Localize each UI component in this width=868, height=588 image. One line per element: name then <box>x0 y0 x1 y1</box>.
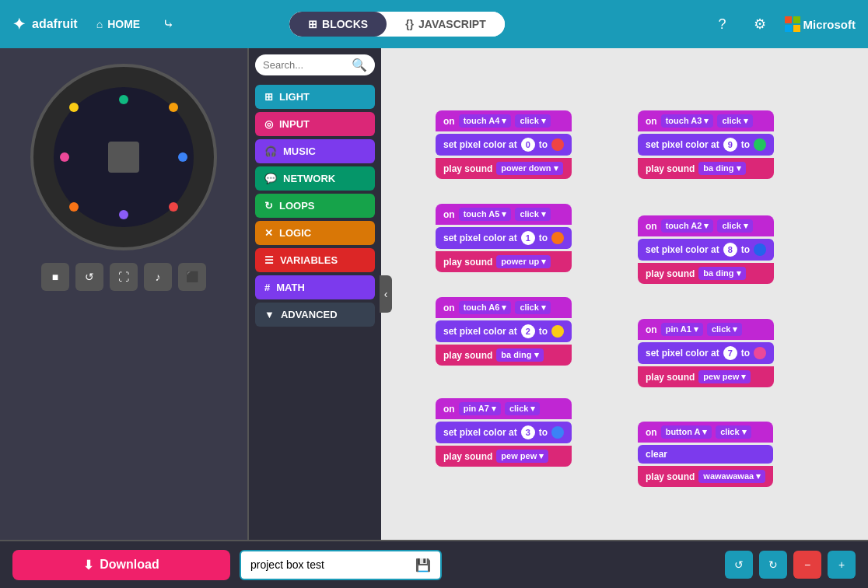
variables-icon: ☰ <box>264 254 274 266</box>
search-box[interactable]: 🔍 <box>255 54 375 75</box>
block-sound-5[interactable]: play sound ba ding ▾ <box>638 158 774 179</box>
block-sound-6[interactable]: play sound ba ding ▾ <box>638 263 774 284</box>
block-sound-4[interactable]: play sound pew pew ▾ <box>436 446 572 467</box>
fullscreen-button[interactable]: ⛶ <box>110 263 138 291</box>
sound-button[interactable]: ♪ <box>144 263 172 291</box>
dropdown-click-8[interactable]: click ▾ <box>716 425 751 439</box>
block-trigger-2[interactable]: on touch A5 ▾ click ▾ <box>436 204 572 225</box>
redo-button[interactable]: ↻ <box>759 551 787 579</box>
dropdown-pin-a1[interactable]: pin A1 ▾ <box>661 323 703 336</box>
led-tr <box>169 103 178 112</box>
sidebar-item-network[interactable]: 💬 NETWORK <box>255 166 375 191</box>
pixel-num-2: 1 <box>521 231 535 245</box>
share-button[interactable]: ⤷ <box>156 12 180 37</box>
block-trigger-6[interactable]: on touch A2 ▾ click ▾ <box>638 215 774 236</box>
sidebar-item-light[interactable]: ⊞ LIGHT <box>255 85 375 109</box>
block-trigger-8[interactable]: on button A ▾ click ▾ <box>638 422 773 443</box>
tab-javascript[interactable]: {} JAVASCRIPT <box>387 12 505 37</box>
block-sound-8[interactable]: play sound wawawawaa ▾ <box>638 466 773 487</box>
dropdown-touch-a4[interactable]: touch A4 ▾ <box>459 114 512 128</box>
settings-button[interactable]: ⚙ <box>747 12 772 37</box>
block-action-2[interactable]: set pixel color at 1 to <box>436 227 572 249</box>
block-sound-3[interactable]: play sound ba ding ▾ <box>436 345 572 366</box>
block-action-5[interactable]: set pixel color at 9 to <box>638 134 774 156</box>
project-name-input[interactable] <box>250 558 409 571</box>
block-action-3[interactable]: set pixel color at 2 to <box>436 320 572 342</box>
dropdown-click-3[interactable]: click ▾ <box>515 301 551 314</box>
block-action-4[interactable]: set pixel color at 3 to <box>436 422 572 443</box>
home-link[interactable]: ⌂ HOME <box>96 18 140 30</box>
block-sound-7[interactable]: play sound pew pew ▾ <box>638 366 774 387</box>
color-dot-2[interactable] <box>551 232 564 244</box>
dropdown-sound-4[interactable]: pew pew ▾ <box>496 450 548 463</box>
block-action-1[interactable]: set pixel color at 0 to <box>436 134 572 156</box>
dropdown-sound-3[interactable]: ba ding ▾ <box>496 348 543 362</box>
blocks-icon: ⊞ <box>308 18 317 30</box>
color-dot-7[interactable] <box>754 347 766 359</box>
tab-blocks[interactable]: ⊞ BLOCKS <box>289 12 387 37</box>
variables-label: VARIABLES <box>280 254 338 266</box>
sidebar-item-input[interactable]: ◎ INPUT <box>255 112 375 136</box>
dropdown-touch-a2[interactable]: touch A2 ▾ <box>661 219 714 233</box>
dropdown-click-5[interactable]: click ▾ <box>717 114 753 128</box>
block-action-7[interactable]: set pixel color at 7 to <box>638 342 774 364</box>
dropdown-click-2[interactable]: click ▾ <box>515 208 551 221</box>
dropdown-touch-a3[interactable]: touch A3 ▾ <box>661 114 714 128</box>
project-name-box[interactable]: 💾 <box>240 550 442 580</box>
undo-button[interactable]: ↺ <box>725 551 753 579</box>
microsoft-logo: Microsoft <box>785 16 856 32</box>
math-icon: # <box>264 282 270 293</box>
sidebar-item-music[interactable]: 🎧 MUSIC <box>255 139 375 163</box>
block-sound-1[interactable]: play sound power down ▾ <box>436 158 572 179</box>
board-chip <box>108 142 139 173</box>
network-icon: 💬 <box>264 173 277 184</box>
sidebar-item-logic[interactable]: ✕ LOGIC <box>255 221 375 245</box>
color-dot-5[interactable] <box>754 138 766 151</box>
dropdown-click-1[interactable]: click ▾ <box>515 114 551 128</box>
color-dot-6[interactable] <box>754 243 766 256</box>
dropdown-button-a[interactable]: button A ▾ <box>661 425 712 439</box>
search-input[interactable] <box>263 59 347 71</box>
download-button[interactable]: ⬇ Download <box>12 550 230 580</box>
dropdown-sound-6[interactable]: ba ding ▾ <box>698 267 745 280</box>
dropdown-sound-1[interactable]: power down ▾ <box>496 162 562 175</box>
restart-button[interactable]: ↺ <box>75 263 103 291</box>
help-button[interactable]: ? <box>710 12 735 37</box>
dropdown-sound-5[interactable]: ba ding ▾ <box>698 162 745 175</box>
dropdown-sound-7[interactable]: pew pew ▾ <box>698 370 751 383</box>
dropdown-sound-2[interactable]: power up ▾ <box>496 255 551 268</box>
block-action-6[interactable]: set pixel color at 8 to <box>638 239 774 261</box>
zoom-in-button[interactable]: + <box>828 551 856 579</box>
block-trigger-3[interactable]: on touch A6 ▾ click ▾ <box>436 297 572 318</box>
color-dot-4[interactable] <box>551 426 564 439</box>
dropdown-sound-8[interactable]: wawawawaa ▾ <box>698 470 765 483</box>
block-trigger-4[interactable]: on pin A7 ▾ click ▾ <box>436 398 572 419</box>
sidebar-item-math[interactable]: # MATH <box>255 275 375 299</box>
math-label: MATH <box>276 282 305 293</box>
block-clear-8[interactable]: clear <box>638 445 773 464</box>
code-area[interactable]: on touch A4 ▾ click ▾ set pixel color at… <box>381 48 868 540</box>
js-label: JAVASCRIPT <box>418 18 486 30</box>
light-icon: ⊞ <box>264 91 273 103</box>
ms-label: Microsoft <box>803 18 856 31</box>
block-trigger-7[interactable]: on pin A1 ▾ click ▾ <box>638 319 774 340</box>
block-trigger-1[interactable]: on touch A4 ▾ click ▾ <box>436 110 572 131</box>
collapse-button[interactable]: ‹ <box>380 275 392 313</box>
dropdown-click-6[interactable]: click ▾ <box>717 219 753 233</box>
sidebar-item-variables[interactable]: ☰ VARIABLES <box>255 248 375 272</box>
block-trigger-5[interactable]: on touch A3 ▾ click ▾ <box>638 110 774 131</box>
dropdown-pin-a7[interactable]: pin A7 ▾ <box>459 402 501 415</box>
dropdown-click-4[interactable]: click ▾ <box>505 402 541 415</box>
zoom-out-button[interactable]: − <box>793 551 821 579</box>
save-icon[interactable]: 💾 <box>415 558 431 572</box>
color-dot-3[interactable] <box>551 325 564 338</box>
dropdown-click-7[interactable]: click ▾ <box>707 323 743 336</box>
stop-button[interactable]: ■ <box>41 263 69 291</box>
color-dot-1[interactable] <box>551 138 564 151</box>
sidebar-item-advanced[interactable]: ▼ ADVANCED <box>255 303 375 327</box>
screenshot-button[interactable]: ⬛ <box>178 263 206 291</box>
block-sound-2[interactable]: play sound power up ▾ <box>436 251 572 272</box>
dropdown-touch-a6[interactable]: touch A6 ▾ <box>459 301 512 314</box>
sidebar-item-loops[interactable]: ↻ LOOPS <box>255 194 375 218</box>
dropdown-touch-a5[interactable]: touch A5 ▾ <box>459 208 512 221</box>
